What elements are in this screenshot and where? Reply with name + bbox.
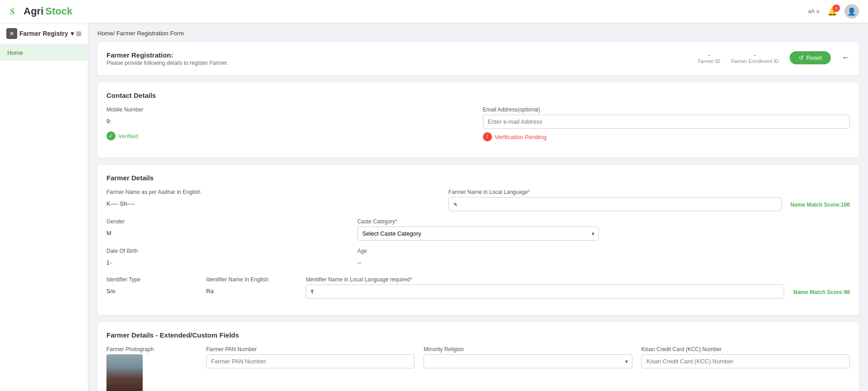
contact-form-row: Mobile Number 9: ✓ Verified Email Addres…	[106, 106, 850, 141]
extended-form-row: Farmer Photograph Farmer PAN Number Mino…	[106, 346, 850, 391]
mobile-value: 9:	[106, 115, 474, 128]
caste-select[interactable]: Select Caste Category General OBC SC ST	[357, 227, 599, 241]
pending-icon: !	[483, 132, 492, 141]
religion-label: Minority Religion	[424, 346, 632, 352]
religion-select[interactable]	[424, 354, 632, 368]
name-local-required: *	[528, 189, 530, 195]
svg-text:S: S	[10, 7, 14, 16]
contact-details-section: Contact Details Mobile Number 9: ✓ Verif…	[97, 82, 859, 158]
breadcrumb-home: Home/	[97, 30, 115, 37]
name-match-score: Name Match Score:100	[791, 189, 850, 211]
sidebar: ✕ Farmer Registry ▾ ⊞ Home	[0, 23, 88, 391]
gender-caste-row: Gender M Caste Category* Select Caste Ca…	[106, 218, 850, 241]
identifier-name-local-label: Identifier Name in Local Language requir…	[306, 276, 784, 283]
gender-value: M	[106, 227, 348, 240]
main-content: Home/ Farmer Registration Form Farmer Re…	[88, 23, 868, 391]
avatar[interactable]: 👤	[844, 4, 859, 19]
religion-select-wrapper: ▾	[424, 354, 632, 368]
sidebar-grid-icon[interactable]: ⊞	[76, 30, 82, 37]
enrollment-id-field: - Farmer Enrollment ID	[731, 52, 779, 64]
age-value: --	[357, 256, 599, 269]
breadcrumb: Home/ Farmer Registration Form	[97, 30, 859, 37]
identifier-name-local-input[interactable]	[306, 285, 784, 299]
name-local-label: Farmer Name in Local Language*	[448, 189, 781, 195]
enrollment-id-label: Farmer Enrollment ID	[731, 58, 779, 64]
sidebar-action-icons: ⊞	[76, 30, 82, 37]
email-group: Email Address(optional) ! Verification P…	[483, 106, 850, 141]
caste-required: *	[395, 218, 397, 225]
kcc-input[interactable]	[641, 354, 850, 368]
navbar-right: aA ∨ 🔔 0 👤	[808, 4, 859, 19]
pending-text: Verification Pending	[495, 134, 547, 140]
kcc-label: Kisan Credit Card (KCC) Number	[641, 346, 850, 352]
email-label: Email Address(optional)	[483, 106, 850, 113]
caste-label: Caste Category*	[357, 218, 599, 225]
name-english-label: Farmer Name as per Aadhar in English	[106, 189, 439, 195]
logo-icon: S	[9, 5, 22, 18]
form-header-right: - Farmer ID - Farmer Enrollment ID ↺ Res…	[698, 51, 850, 64]
enrollment-id-value: -	[731, 52, 779, 58]
gender-label: Gender	[106, 218, 348, 225]
sidebar-close-button[interactable]: ✕	[6, 28, 17, 39]
identifier-name-english-group: Identifier Name In English Ra	[206, 276, 297, 299]
form-header: Farmer Registration: Please provide foll…	[97, 42, 859, 75]
farmer-id-field: - Farmer ID	[698, 52, 720, 64]
identifier-name-english-label: Identifier Name In English	[206, 276, 297, 283]
identifier-type-label: Identifier Type	[106, 276, 197, 283]
sidebar-header: ✕ Farmer Registry ▾ ⊞	[0, 23, 88, 45]
form-title: Farmer Registration:	[106, 51, 228, 59]
form-subtitle: Please provide following details to regi…	[106, 60, 228, 66]
caste-select-wrapper: Select Caste Category General OBC SC ST …	[357, 227, 599, 241]
mobile-label: Mobile Number	[106, 106, 474, 113]
verified-icon: ✓	[106, 131, 116, 140]
font-size-button[interactable]: aA ∨	[808, 8, 820, 14]
logo-agri-text: Agri	[24, 5, 43, 17]
farmer-details-section: Farmer Details Farmer Name as per Aadhar…	[97, 165, 859, 315]
navbar: S Agri Stock aA ∨ 🔔 0 👤	[0, 0, 868, 23]
photo-group: Farmer Photograph	[106, 346, 197, 391]
dob-label: Date Of Birth	[106, 248, 348, 254]
farmer-photo-img	[106, 354, 143, 391]
dob-value: 1-	[106, 256, 348, 269]
identifier-name-local-group: Identifier Name in Local Language requir…	[306, 276, 784, 299]
farmer-id-value: -	[698, 52, 720, 58]
name-local-group: Farmer Name in Local Language*	[448, 189, 781, 211]
dob-age-row: Date Of Birth 1- Age --	[106, 248, 850, 269]
logo: S Agri Stock	[9, 5, 72, 18]
name-local-input[interactable]	[448, 197, 781, 211]
verified-text: Verified	[118, 133, 138, 140]
pan-label: Farmer PAN Number	[206, 346, 415, 352]
back-button[interactable]: ←	[842, 53, 850, 63]
name-english-group: Farmer Name as per Aadhar in English K--…	[106, 189, 439, 211]
photo-label: Farmer Photograph	[106, 346, 197, 352]
identifier-row: Identifier Type S/o Identifier Name In E…	[106, 276, 850, 299]
layout: ✕ Farmer Registry ▾ ⊞ Home Home/ Farmer …	[0, 23, 868, 391]
reset-button[interactable]: ↺ Reset	[790, 51, 831, 64]
farmer-photo	[106, 354, 143, 391]
sidebar-item-home[interactable]: Home	[0, 45, 88, 61]
farmer-details-title: Farmer Details	[106, 174, 850, 182]
contact-details-title: Contact Details	[106, 92, 850, 99]
age-label: Age	[357, 248, 599, 254]
pan-input[interactable]	[206, 354, 415, 368]
pan-group: Farmer PAN Number	[206, 346, 415, 391]
verification-pending-badge: ! Verification Pending	[483, 132, 850, 141]
age-group: Age --	[357, 248, 599, 269]
form-header-left: Farmer Registration: Please provide foll…	[106, 51, 228, 66]
religion-group: Minority Religion ▾	[424, 346, 632, 391]
gender-group: Gender M	[106, 218, 348, 241]
name-english-value: K---- Sh----	[106, 197, 439, 210]
verified-badge: ✓ Verified	[106, 131, 474, 140]
identifier-type-group: Identifier Type S/o	[106, 276, 197, 299]
extended-fields-title: Farmer Details - Extended/Custom Fields	[106, 331, 850, 339]
notification-button[interactable]: 🔔 0	[827, 6, 837, 16]
sidebar-title: Farmer Registry ▾	[19, 30, 74, 37]
kcc-group: Kisan Credit Card (KCC) Number	[641, 346, 850, 391]
breadcrumb-current: Farmer Registration Form	[116, 30, 184, 37]
reset-label: Reset	[806, 54, 822, 61]
name-row: Farmer Name as per Aadhar in English K--…	[106, 189, 850, 211]
email-input[interactable]	[483, 115, 850, 129]
identifier-match-score: Name Match Score:98	[793, 276, 850, 299]
reset-icon: ↺	[799, 54, 804, 61]
farmer-id-label: Farmer ID	[698, 58, 720, 64]
